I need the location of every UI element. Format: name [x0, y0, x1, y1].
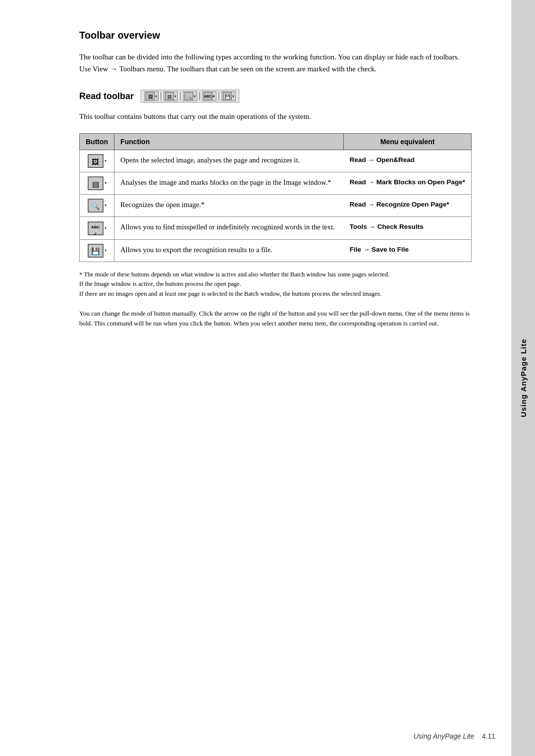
footnote-3: If there are no images open and at least…: [79, 289, 472, 299]
footnote-2: If the Image window is active, the butto…: [79, 279, 472, 289]
export-drop-arrow: ▾: [105, 244, 107, 258]
export-icon: 💾: [223, 92, 232, 100]
section-title: Toolbar overview: [79, 30, 472, 41]
btn-cell-mark: ▤ ▾: [80, 172, 114, 195]
open-read-drop-arrow: ▾: [105, 154, 107, 168]
col-button: Button: [80, 134, 114, 150]
sidebar: Using AnyPage Lite: [511, 0, 535, 756]
page-container: Toolbar overview The toolbar can be divi…: [0, 0, 535, 756]
btn-cell-openread: 🖼 ▾: [80, 150, 114, 172]
footnote-block: * The mode of these buttons depends on w…: [79, 270, 472, 299]
toolbar-btn-openread[interactable]: 🖼 ▾: [144, 91, 159, 101]
main-table: Button Function Menu equivalent 🖼 ▾ Open…: [79, 133, 472, 262]
page-footer: Using AnyPage Lite 4.11: [414, 732, 495, 740]
recognize-icon: 🔍: [184, 92, 193, 100]
spell-drop-arrow: ▾: [105, 221, 107, 235]
read-toolbar-title: Read toolbar: [79, 91, 134, 102]
icon-openread-wrapper: 🖼 ▾: [88, 154, 107, 168]
btn-cell-export: 💾 ▾: [80, 240, 114, 262]
btn-cell-recognize: 🔍 ▾: [80, 195, 114, 217]
sub-intro: This toolbar contains buttons that carry…: [79, 110, 472, 122]
function-cell-openread: Opens the selected image, analyses the p…: [114, 150, 344, 172]
spell-btn-icon[interactable]: ABC✓: [88, 221, 104, 235]
btn-cell-spell: ABC✓ ▾: [80, 217, 114, 240]
footnote-1: * The mode of these buttons depends on w…: [79, 270, 472, 279]
toolbar-sep-3: [199, 92, 200, 101]
table-row: 🔍 ▾ Recognizes the open image.* Read → R…: [80, 195, 472, 217]
function-cell-mark: Analyses the image and marks blocks on t…: [114, 172, 344, 195]
recognize-btn-icon[interactable]: 🔍: [88, 199, 104, 213]
read-toolbar-header: Read toolbar 🖼 ▾ ▤ ▾ 🔍 ▾: [79, 90, 472, 103]
table-row: 💾 ▾ Allows you to export the recognition…: [80, 240, 472, 262]
icon-export-wrapper: 💾 ▾: [88, 244, 107, 258]
main-content: Toolbar overview The toolbar can be divi…: [0, 0, 511, 756]
export-arrow: ▾: [232, 94, 234, 99]
menu-cell-mark: Read → Mark Blocks on Open Page*: [344, 172, 472, 195]
toolbar-image: 🖼 ▾ ▤ ▾ 🔍 ▾ ABC✓ ▾: [141, 90, 239, 103]
toolbar-btn-recognize[interactable]: 🔍 ▾: [183, 91, 197, 101]
toolbar-btn-export[interactable]: 💾 ▾: [221, 91, 236, 101]
menu-export-text: File → Save to File: [350, 246, 409, 253]
table-row: ▤ ▾ Analyses the image and marks blocks …: [80, 172, 472, 195]
icon-spell-wrapper: ABC✓ ▾: [88, 221, 107, 235]
recognize-drop-arrow: ▾: [105, 199, 107, 213]
menu-recognize-text: Read → Recognize Open Page*: [350, 201, 449, 208]
function-cell-recognize: Recognizes the open image.*: [114, 195, 344, 217]
mark-icon: ▤: [165, 92, 174, 100]
table-row: 🖼 ▾ Opens the selected image, analyses t…: [80, 150, 472, 172]
menu-cell-recognize: Read → Recognize Open Page*: [344, 195, 472, 217]
export-btn-icon[interactable]: 💾: [88, 244, 104, 258]
icon-recognize-wrapper: 🔍 ▾: [88, 199, 107, 213]
toolbar-sep-2: [180, 92, 181, 101]
sidebar-label: Using AnyPage Lite: [519, 339, 528, 417]
footer-title: Using AnyPage Lite: [414, 732, 474, 740]
col-menu: Menu equivalent: [344, 134, 472, 150]
open-read-btn-icon[interactable]: 🖼: [88, 154, 104, 168]
icon-mark-wrapper: ▤ ▾: [88, 176, 107, 190]
menu-openread-text: Read → Open&Read: [350, 156, 415, 163]
function-cell-export: Allows you to export the recognition res…: [114, 240, 344, 262]
change-mode-text: You can change the mode of button manual…: [79, 309, 472, 328]
intro-text: The toolbar can be divided into the foll…: [79, 51, 472, 75]
toolbar-btn-mark[interactable]: ▤ ▾: [163, 91, 178, 101]
toolbar-sep-4: [218, 92, 219, 101]
mark-drop-arrow: ▾: [105, 176, 107, 190]
recognize-arrow: ▾: [194, 94, 196, 99]
menu-spell-text: Tools → Check Results: [350, 223, 424, 230]
menu-cell-openread: Read → Open&Read: [344, 150, 472, 172]
toolbar-btn-spell[interactable]: ABC✓ ▾: [202, 91, 216, 101]
toolbar-sep-1: [160, 92, 161, 101]
menu-mark-text: Read → Mark Blocks on Open Page*: [350, 178, 465, 186]
function-cell-spell: Allows you to find misspelled or indefin…: [114, 217, 344, 240]
open-read-icon: 🖼: [146, 92, 155, 100]
table-row: ABC✓ ▾ Allows you to find misspelled or …: [80, 217, 472, 240]
footer-page: 4.11: [482, 732, 495, 740]
open-read-arrow: ▾: [155, 94, 157, 99]
spell-arrow: ▾: [213, 94, 215, 99]
col-function: Function: [114, 134, 344, 150]
menu-cell-spell: Tools → Check Results: [344, 217, 472, 240]
mark-arrow: ▾: [174, 94, 176, 99]
spell-icon: ABC✓: [204, 92, 213, 100]
menu-cell-export: File → Save to File: [344, 240, 472, 262]
mark-btn-icon[interactable]: ▤: [88, 176, 104, 190]
